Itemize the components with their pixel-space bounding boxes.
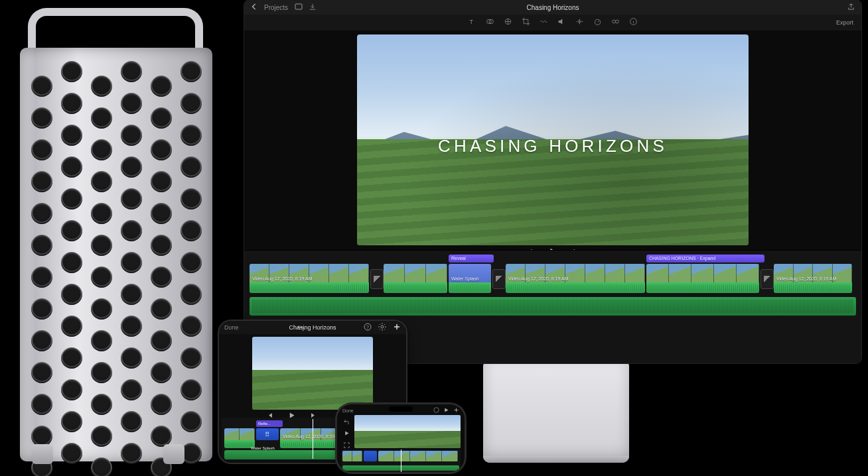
iphone-done-button[interactable]: Done — [342, 408, 354, 413]
iphone-clip-1[interactable] — [342, 451, 362, 461]
title-overlay-text: CHASING HORIZONS — [357, 136, 749, 156]
ipad-settings-icon[interactable] — [378, 323, 386, 332]
project-title: Chasing Horizons — [527, 4, 579, 11]
iphone-notch — [389, 406, 413, 412]
imovie-header: Projects Chasing Horizons — [244, 0, 861, 15]
adjust-toolbar: T Export — [244, 15, 861, 30]
transition-1[interactable] — [370, 269, 384, 289]
ipad-preview-viewer[interactable]: CHASING HORIZONS — [252, 337, 373, 410]
video-clip-6[interactable]: Video Aug 12, 2020, 8:19 AM — [774, 264, 852, 293]
iphone-timeline[interactable] — [341, 449, 461, 472]
ipad-done-button[interactable]: Done — [224, 324, 239, 331]
video-clip-4[interactable]: Video Aug 12, 2020, 8:19 AM — [506, 264, 645, 293]
transition-2[interactable] — [492, 269, 506, 289]
volume-icon[interactable] — [557, 17, 566, 29]
iphone-play-small-icon[interactable] — [443, 407, 449, 414]
iphone-device: Done CHASING HORIZONS — [337, 404, 465, 472]
ipad-add-media-icon[interactable] — [393, 323, 401, 332]
iphone-playhead[interactable] — [401, 449, 401, 472]
share-icon[interactable] — [847, 3, 855, 12]
clip-label: Video Aug 12, 2020, 8:19 AM — [776, 276, 837, 281]
iphone-clip-2[interactable] — [378, 451, 458, 461]
iphone-add-icon[interactable] — [453, 407, 459, 414]
svg-rect-0 — [295, 4, 302, 9]
clip-filter-icon[interactable] — [611, 17, 620, 29]
ipad-title-clip[interactable]: Refle... — [256, 420, 283, 427]
clip-label: Water Splash — [451, 276, 479, 281]
iphone-preview-viewer[interactable]: CHASING HORIZONS — [354, 415, 461, 448]
svg-point-7 — [616, 20, 619, 23]
pro-display: Projects Chasing Horizons T Export CHASI… — [244, 0, 861, 363]
svg-point-14 — [434, 408, 439, 413]
mac-pro-tower: /*placeholder: holes injected below*/ — [12, 8, 204, 464]
color-balance-icon[interactable] — [486, 17, 494, 29]
back-to-projects[interactable]: Projects — [264, 4, 288, 11]
crop-icon[interactable] — [522, 17, 530, 29]
iphone-play-button[interactable] — [344, 427, 350, 439]
title-tool-icon[interactable]: T — [468, 17, 476, 29]
iphone-undo-icon[interactable] — [344, 415, 350, 427]
background-music-track[interactable] — [250, 297, 856, 316]
ipad-project-title: Chasing Horizons — [289, 324, 336, 331]
iphone-left-controls — [341, 415, 352, 448]
color-correct-icon[interactable] — [504, 17, 512, 29]
title-clip-expand[interactable]: CHASING HORIZONS · Expand — [646, 255, 764, 263]
info-icon[interactable] — [629, 17, 638, 29]
noise-reduce-icon[interactable] — [575, 17, 584, 29]
ipad-clip-label: Video Aug 12, 2020, 8:19... — [283, 434, 338, 439]
iphone-help-icon[interactable] — [433, 407, 439, 414]
ipad-playhead[interactable] — [313, 419, 313, 459]
video-clip-3-splash[interactable]: Water Splash — [449, 264, 491, 293]
speed-icon[interactable] — [593, 17, 602, 29]
clip-label: Video Aug 12, 2020, 8:19 AM — [508, 276, 569, 281]
svg-text:T: T — [469, 19, 473, 25]
media-library-icon[interactable] — [295, 3, 303, 12]
iphone-effect-clip[interactable] — [364, 451, 377, 461]
stabilize-icon[interactable] — [540, 17, 548, 29]
ipad-clip-1[interactable] — [224, 428, 255, 448]
ipad-help-icon[interactable]: ? — [364, 323, 372, 332]
video-clip-1[interactable]: Video Aug 12, 2020, 8:19 AM — [250, 264, 369, 293]
title-clip-reveal[interactable]: Reveal — [449, 255, 494, 263]
import-icon[interactable] — [309, 3, 316, 11]
ipad-splash-label: Water Splash — [251, 446, 275, 450]
clip-label: Video Aug 12, 2020, 8:19 AM — [252, 276, 313, 281]
back-chevron-icon[interactable] — [251, 3, 257, 11]
preview-viewer[interactable]: CHASING HORIZONS — [357, 34, 749, 245]
svg-point-13 — [381, 326, 384, 328]
export-button[interactable]: Export — [836, 19, 853, 26]
video-clip-2[interactable] — [384, 264, 447, 293]
transition-3[interactable] — [760, 269, 774, 289]
svg-text:?: ? — [366, 325, 369, 329]
video-clip-5[interactable] — [646, 264, 759, 293]
display-stand — [483, 363, 629, 463]
svg-point-6 — [613, 20, 616, 23]
